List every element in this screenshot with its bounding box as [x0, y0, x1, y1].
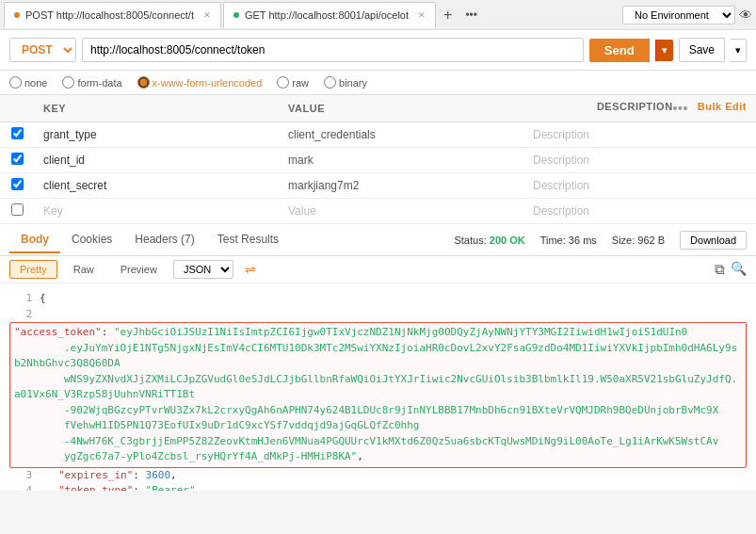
param-desc-1[interactable]: Description [523, 148, 756, 173]
tab-get-label: GET http://localhost:8001/api/ocelot [245, 9, 409, 21]
param-checkbox-3[interactable] [0, 199, 34, 224]
body-type-none[interactable]: none [9, 76, 47, 89]
env-selector: No Environment 👁 [622, 6, 752, 24]
table-row: client_id mark Description [0, 148, 756, 173]
wrap-icon[interactable]: ⇌ [245, 262, 256, 277]
request-bar: POST Send ▾ Save ▾ [0, 30, 756, 71]
format-bar: Pretty Raw Preview JSON ⇌ ⧉ 🔍 [0, 256, 756, 283]
param-value-2[interactable]: markjiang7m2 [279, 173, 523, 199]
new-tab-button[interactable]: + [438, 7, 458, 24]
tab-bar: POST http://localhost:8005/connect/t ✕ G… [0, 0, 756, 30]
param-key-0[interactable]: grant_type [34, 122, 279, 148]
body-type-formdata[interactable]: form-data [62, 76, 121, 89]
download-button[interactable]: Download [680, 231, 747, 250]
tab-body[interactable]: Body [9, 227, 60, 253]
tab-cookies[interactable]: Cookies [60, 227, 123, 253]
table-row: grant_type client_credentials Descriptio… [0, 122, 756, 148]
table-options-button[interactable]: ••• [673, 101, 688, 116]
param-key-3[interactable]: Key [34, 199, 279, 224]
save-button[interactable]: Save [679, 38, 725, 62]
response-container: 1{ 2 "access_token": "eyJhbGciOiJSUzI1Ni… [0, 283, 756, 491]
param-key-2[interactable]: client_secret [34, 173, 279, 199]
fmt-raw[interactable]: Raw [63, 260, 105, 279]
tab-close-post[interactable]: ✕ [203, 10, 211, 20]
param-checkbox-1[interactable] [0, 148, 34, 173]
col-value: VALUE [279, 95, 523, 122]
response-body[interactable]: 1{ 2 "access_token": "eyJhbGciOiJSUzI1Ni… [0, 283, 756, 491]
fmt-preview[interactable]: Preview [110, 260, 168, 279]
size-value: 962 B [637, 235, 665, 246]
tab-get[interactable]: GET http://localhost:8001/api/ocelot ✕ [223, 2, 436, 28]
method-select[interactable]: POST [9, 38, 76, 62]
copy-icon[interactable]: ⧉ [715, 261, 725, 278]
send-dropdown-button[interactable]: ▾ [655, 40, 673, 61]
body-type-raw[interactable]: raw [277, 76, 309, 89]
fmt-pretty[interactable]: Pretty [9, 260, 57, 279]
param-desc-3[interactable]: Description [523, 199, 756, 224]
table-row: Key Value Description [0, 199, 756, 224]
tab-post[interactable]: POST http://localhost:8005/connect/t ✕ [4, 2, 221, 28]
time-value: 36 ms [569, 235, 597, 246]
status-code: 200 OK [490, 235, 525, 246]
table-row: client_secret markjiang7m2 Description [0, 173, 756, 199]
env-dropdown[interactable]: No Environment [622, 6, 735, 24]
method-dot-post [14, 12, 20, 18]
body-type-bar: none form-data x-www-form-urlencoded raw… [0, 71, 756, 95]
size-label: Size: 962 B [612, 235, 665, 246]
status-label: Status: 200 OK [454, 235, 524, 246]
more-tabs-button[interactable]: ••• [459, 8, 483, 22]
tab-close-get[interactable]: ✕ [418, 10, 426, 20]
col-key: KEY [34, 95, 279, 122]
body-type-urlencoded[interactable]: x-www-form-urlencoded [137, 76, 263, 89]
tab-test-results[interactable]: Test Results [206, 227, 290, 253]
param-checkbox-0[interactable] [0, 122, 34, 148]
tab-post-label: POST http://localhost:8005/connect/t [25, 9, 194, 21]
bottom-tabs: Body Cookies Headers (7) Test Results St… [0, 224, 756, 256]
param-value-1[interactable]: mark [279, 148, 523, 173]
param-value-0[interactable]: client_credentials [279, 122, 523, 148]
param-value-3[interactable]: Value [279, 199, 523, 224]
json-format-select[interactable]: JSON [173, 260, 233, 279]
param-key-1[interactable]: client_id [34, 148, 279, 173]
url-input[interactable] [82, 38, 584, 62]
send-button[interactable]: Send [589, 39, 650, 62]
save-dropdown-button[interactable]: ▾ [731, 39, 747, 62]
fmt-right-actions: ⧉ 🔍 [715, 261, 747, 278]
eye-button[interactable]: 👁 [739, 8, 752, 23]
params-table: KEY VALUE DESCRIPTION ••• Bulk Edit gran… [0, 95, 756, 224]
time-label: Time: 36 ms [540, 235, 597, 246]
col-description: DESCRIPTION ••• Bulk Edit [523, 95, 756, 122]
search-icon[interactable]: 🔍 [731, 261, 747, 278]
param-desc-2[interactable]: Description [523, 173, 756, 199]
bulk-edit-link[interactable]: Bulk Edit [698, 101, 747, 116]
status-info: Status: 200 OK Time: 36 ms Size: 962 B D… [454, 231, 747, 250]
method-dot-get [233, 12, 239, 18]
param-checkbox-2[interactable] [0, 173, 34, 199]
body-type-binary[interactable]: binary [324, 76, 367, 89]
tab-headers[interactable]: Headers (7) [123, 227, 205, 253]
param-desc-0[interactable]: Description [523, 122, 756, 148]
